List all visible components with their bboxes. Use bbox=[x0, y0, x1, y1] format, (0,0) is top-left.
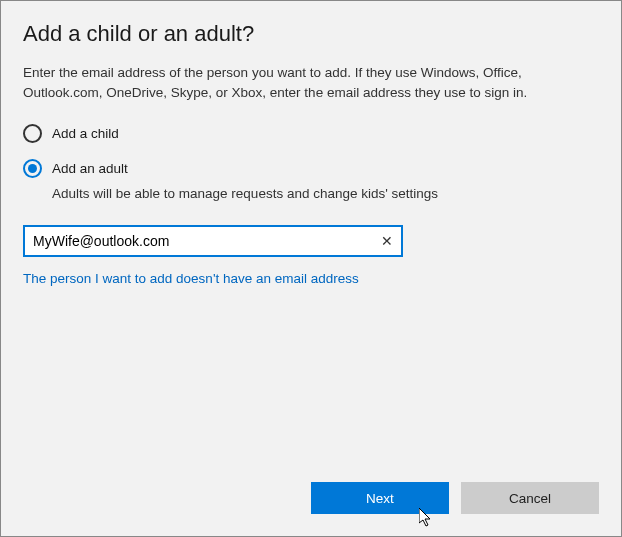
dialog-title: Add a child or an adult? bbox=[23, 21, 599, 47]
person-type-radio-group: Add a child Add an adult Adults will be … bbox=[23, 124, 599, 207]
add-person-dialog: Add a child or an adult? Enter the email… bbox=[0, 0, 622, 537]
radio-inner-dot bbox=[28, 164, 37, 173]
radio-icon-selected bbox=[23, 159, 42, 178]
email-input-wrap: ✕ bbox=[23, 225, 403, 257]
radio-adult-description: Adults will be able to manage requests a… bbox=[52, 186, 599, 201]
dialog-description: Enter the email address of the person yo… bbox=[23, 63, 583, 102]
no-email-link-row: The person I want to add doesn't have an… bbox=[23, 269, 599, 287]
radio-add-adult[interactable]: Add an adult bbox=[23, 159, 599, 178]
next-button[interactable]: Next bbox=[311, 482, 449, 514]
radio-add-child[interactable]: Add a child bbox=[23, 124, 599, 143]
email-input[interactable] bbox=[23, 225, 403, 257]
dialog-button-bar: Next Cancel bbox=[311, 482, 599, 514]
radio-icon bbox=[23, 124, 42, 143]
cancel-button[interactable]: Cancel bbox=[461, 482, 599, 514]
clear-input-icon[interactable]: ✕ bbox=[377, 230, 397, 252]
radio-label: Add an adult bbox=[52, 161, 128, 176]
radio-label: Add a child bbox=[52, 126, 119, 141]
no-email-link[interactable]: The person I want to add doesn't have an… bbox=[23, 271, 359, 286]
